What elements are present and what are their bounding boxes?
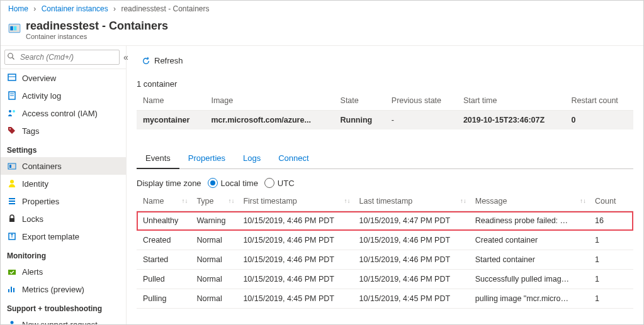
sidebar-item-identity[interactable]: Identity bbox=[1, 175, 126, 192]
cell-ev-count: 16 bbox=[589, 211, 633, 231]
breadcrumb-l1[interactable]: Container instances bbox=[42, 4, 108, 13]
svg-rect-2 bbox=[14, 26, 16, 31]
event-row[interactable]: Unhealthy Warning 10/15/2019, 4:46 PM PD… bbox=[137, 211, 633, 231]
sidebar-item-new-support-request[interactable]: New support request bbox=[1, 316, 126, 325]
col-prev[interactable]: Previous state bbox=[385, 91, 457, 111]
sidebar-item-access-control-iam-[interactable]: Access control (IAM) bbox=[1, 104, 126, 122]
col-restart[interactable]: Restart count bbox=[565, 91, 633, 111]
refresh-icon bbox=[142, 57, 150, 65]
radio-utc[interactable]: UTC bbox=[264, 178, 295, 188]
cell-start: 2019-10-15T23:46:07Z bbox=[457, 111, 565, 130]
svg-rect-13 bbox=[8, 163, 16, 169]
cell-ev-first: 10/15/2019, 4:46 PM PDT bbox=[237, 231, 353, 250]
export-icon bbox=[7, 231, 17, 241]
sidebar-item-activity-log[interactable]: Activity log bbox=[1, 87, 126, 104]
col-ev-last[interactable]: Last timestamp↑↓ bbox=[353, 192, 469, 211]
activity-icon bbox=[7, 91, 17, 101]
col-ev-first[interactable]: First timestamp↑↓ bbox=[237, 192, 353, 211]
cell-ev-type: Normal bbox=[190, 250, 237, 270]
cell-ev-count: 1 bbox=[589, 289, 633, 309]
cell-ev-last: 10/15/2019, 4:47 PM PDT bbox=[353, 211, 469, 231]
tab-connect[interactable]: Connect bbox=[269, 148, 317, 168]
col-name[interactable]: Name bbox=[137, 91, 205, 111]
container-row[interactable]: mycontainer mcr.microsoft.com/azure... R… bbox=[137, 111, 633, 130]
event-row[interactable]: Pulling Normal 10/15/2019, 4:45 PM PDT 1… bbox=[137, 289, 633, 309]
tab-properties[interactable]: Properties bbox=[179, 148, 234, 168]
breadcrumb-home[interactable]: Home bbox=[8, 4, 28, 13]
tab-logs[interactable]: Logs bbox=[234, 148, 269, 168]
radio-local-time[interactable]: Local time bbox=[208, 178, 258, 188]
col-image[interactable]: Image bbox=[205, 91, 334, 111]
cell-ev-message: Readiness probe failed: cat... bbox=[469, 211, 589, 231]
refresh-label: Refresh bbox=[154, 56, 183, 65]
sidebar-item-label: Containers bbox=[22, 162, 62, 171]
containers-table: Name Image State Previous state Start ti… bbox=[137, 91, 633, 129]
overview-icon bbox=[7, 73, 17, 83]
svg-point-11 bbox=[13, 110, 15, 113]
events-table: Name↑↓ Type↑↓ First timestamp↑↓ Last tim… bbox=[137, 192, 633, 309]
col-start[interactable]: Start time bbox=[457, 91, 565, 111]
sidebar-item-label: Activity log bbox=[22, 91, 61, 101]
nav-heading-monitoring: Monitoring bbox=[1, 245, 126, 263]
page-title: readinesstest - Containers bbox=[26, 19, 168, 33]
sidebar-item-locks[interactable]: Locks bbox=[1, 210, 126, 228]
container-instance-icon bbox=[8, 22, 21, 35]
event-row[interactable]: Started Normal 10/15/2019, 4:46 PM PDT 1… bbox=[137, 250, 633, 270]
sidebar-item-label: Overview bbox=[22, 74, 56, 83]
cell-ev-count: 1 bbox=[589, 270, 633, 289]
search-input[interactable] bbox=[4, 50, 120, 65]
cell-ev-last: 10/15/2019, 4:46 PM PDT bbox=[353, 270, 469, 289]
sort-icon: ↑↓ bbox=[181, 197, 188, 204]
breadcrumb: Home › Container instances › readinesste… bbox=[1, 1, 643, 17]
svg-point-3 bbox=[8, 53, 13, 58]
cell-ev-first: 10/15/2019, 4:46 PM PDT bbox=[237, 211, 353, 231]
cell-ev-first: 10/15/2019, 4:45 PM PDT bbox=[237, 289, 353, 309]
event-row[interactable]: Created Normal 10/15/2019, 4:46 PM PDT 1… bbox=[137, 231, 633, 250]
event-row[interactable]: Pulled Normal 10/15/2019, 4:46 PM PDT 10… bbox=[137, 270, 633, 289]
iam-icon bbox=[7, 108, 17, 118]
svg-line-4 bbox=[13, 58, 14, 60]
col-state[interactable]: State bbox=[334, 91, 385, 111]
sidebar-item-tags[interactable]: Tags bbox=[1, 122, 126, 140]
sort-icon: ↑↓ bbox=[228, 197, 234, 204]
sidebar-item-alerts[interactable]: Alerts bbox=[1, 263, 126, 280]
sidebar-item-containers[interactable]: Containers bbox=[1, 157, 126, 175]
col-ev-name[interactable]: Name↑↓ bbox=[137, 192, 190, 211]
svg-rect-14 bbox=[9, 165, 11, 168]
col-ev-count[interactable]: Count bbox=[589, 192, 633, 211]
sidebar-item-overview[interactable]: Overview bbox=[1, 69, 126, 87]
tab-events[interactable]: Events bbox=[137, 148, 179, 169]
cell-state: Running bbox=[334, 111, 385, 130]
cell-ev-message: Created container bbox=[469, 231, 589, 250]
cell-ev-first: 10/15/2019, 4:46 PM PDT bbox=[237, 250, 353, 270]
tags-icon bbox=[7, 126, 17, 136]
cell-name: mycontainer bbox=[137, 111, 205, 130]
sidebar-item-label: Export template bbox=[22, 232, 79, 241]
sidebar-item-label: Tags bbox=[22, 126, 39, 136]
cell-ev-first: 10/15/2019, 4:46 PM PDT bbox=[237, 270, 353, 289]
metrics-icon bbox=[7, 284, 17, 294]
col-ev-type[interactable]: Type↑↓ bbox=[190, 192, 237, 211]
cell-ev-name: Pulled bbox=[137, 270, 190, 289]
sidebar-item-metrics-preview-[interactable]: Metrics (preview) bbox=[1, 280, 126, 298]
main-content: Refresh 1 container Name Image State Pre… bbox=[127, 46, 643, 325]
cell-ev-name: Created bbox=[137, 231, 190, 250]
chevron-right-icon: › bbox=[33, 4, 36, 13]
sidebar-item-label: Locks bbox=[22, 214, 43, 224]
cell-prev: - bbox=[385, 111, 457, 130]
cell-ev-type: Warning bbox=[190, 211, 237, 231]
cell-image: mcr.microsoft.com/azure... bbox=[205, 111, 334, 130]
svg-rect-5 bbox=[8, 74, 16, 80]
sidebar-item-label: Metrics (preview) bbox=[22, 285, 84, 294]
svg-rect-1 bbox=[10, 26, 13, 31]
page-header: readinesstest - Containers Container ins… bbox=[1, 17, 643, 46]
svg-point-10 bbox=[9, 110, 11, 113]
sidebar-item-properties[interactable]: Properties bbox=[1, 192, 126, 210]
sidebar-item-export-template[interactable]: Export template bbox=[1, 228, 126, 245]
col-ev-message[interactable]: Message↑↓ bbox=[469, 192, 589, 211]
search-icon bbox=[8, 53, 15, 60]
cell-ev-message: Successfully pulled image ... bbox=[469, 270, 589, 289]
sort-icon: ↑↓ bbox=[460, 197, 466, 204]
cell-restart: 0 bbox=[565, 111, 633, 130]
refresh-button[interactable]: Refresh bbox=[137, 53, 188, 68]
